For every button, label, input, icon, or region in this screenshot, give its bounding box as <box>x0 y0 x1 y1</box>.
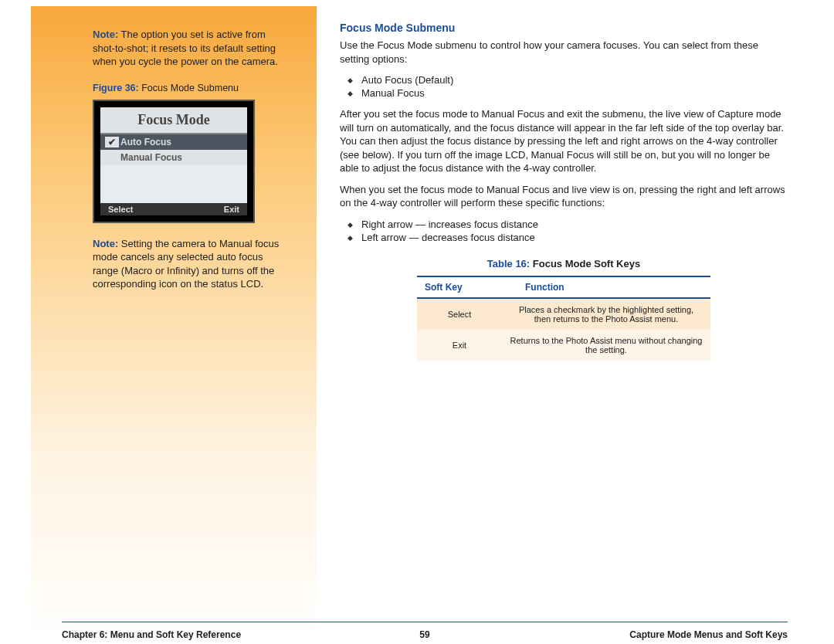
footer-page-number: 59 <box>419 629 429 640</box>
table-header-function: Function <box>502 276 710 298</box>
table-label: Table 16: <box>487 258 530 269</box>
note-1-text: The option you set is active from shot-t… <box>93 29 278 67</box>
note-label: Note: <box>93 29 118 40</box>
figure-caption: Figure 36: Focus Mode Submenu <box>93 83 286 93</box>
table-row: Select Places a checkmark by the highlig… <box>417 298 710 330</box>
table-caption-text: Focus Mode Soft Keys <box>530 258 640 269</box>
lcd-item-manual-focus: Manual Focus <box>100 150 247 165</box>
table-row: Exit Returns to the Photo Assist menu wi… <box>417 330 710 361</box>
list-item: Manual Focus <box>361 86 788 100</box>
figure-text: Focus Mode Submenu <box>139 83 239 93</box>
cell-softkey: Select <box>417 298 502 330</box>
paragraph-manual-focus-behavior: After you set the focus mode to Manual F… <box>340 107 788 175</box>
footer-right: Capture Mode Menus and Soft Keys <box>629 629 788 640</box>
cell-softkey: Exit <box>417 330 502 361</box>
sidebar-column: Note: The option you set is active from … <box>31 6 317 644</box>
soft-keys-table: Soft Key Function Select Places a checkm… <box>417 276 710 361</box>
note-1: Note: The option you set is active from … <box>93 28 286 69</box>
list-item: Right arrow — increases focus distance <box>361 218 788 231</box>
paragraph-arrow-functions: When you set the focus mode to Manual Fo… <box>340 183 788 210</box>
list-item: Auto Focus (Default) <box>361 73 788 86</box>
lcd-screenshot: Focus Mode Auto Focus Manual Focus Selec… <box>93 100 255 223</box>
cell-function: Returns to the Photo Assist menu without… <box>502 330 710 361</box>
intro-paragraph: Use the Focus Mode submenu to control ho… <box>340 39 788 66</box>
focus-options-list: Auto Focus (Default) Manual Focus <box>340 73 788 100</box>
section-heading: Focus Mode Submenu <box>340 22 788 34</box>
arrow-functions-list: Right arrow — increases focus distance L… <box>340 218 788 244</box>
page: Note: The option you set is active from … <box>0 0 834 644</box>
lcd-title: Focus Mode <box>100 107 247 134</box>
note-2-text: Setting the camera to Manual focus mode … <box>93 238 279 290</box>
table-header-softkey: Soft Key <box>417 276 502 298</box>
lcd-softkey-bar: Select Exit <box>100 203 247 215</box>
footer-left: Chapter 6: Menu and Soft Key Reference <box>62 629 241 640</box>
figure-label: Figure 36: <box>93 83 139 93</box>
cell-function: Places a checkmark by the highlighted se… <box>502 298 710 330</box>
lcd-item-auto-focus: Auto Focus <box>100 134 247 150</box>
page-footer: Chapter 6: Menu and Soft Key Reference 5… <box>62 622 788 644</box>
list-item: Left arrow — decreases focus distance <box>361 231 788 244</box>
note-2: Note: Setting the camera to Manual focus… <box>93 237 286 291</box>
note-label: Note: <box>93 238 118 249</box>
table-caption: Table 16: Focus Mode Soft Keys <box>340 258 788 269</box>
lcd-softkey-exit: Exit <box>224 205 239 214</box>
main-column: Focus Mode Submenu Use the Focus Mode su… <box>317 6 834 644</box>
lcd-softkey-select: Select <box>108 205 133 214</box>
